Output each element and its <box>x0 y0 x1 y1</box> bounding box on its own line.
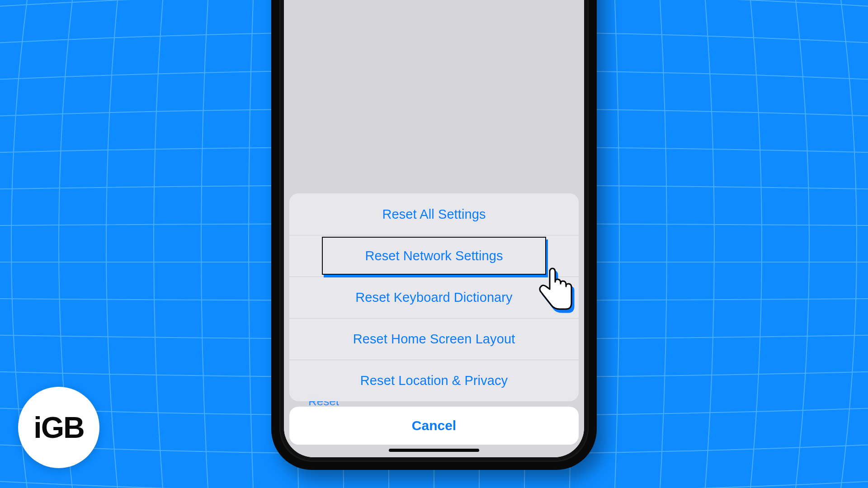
settings-background: Get Started <box>284 0 584 189</box>
cancel-label: Cancel <box>412 418 456 433</box>
option-label: Reset All Settings <box>382 207 486 222</box>
home-indicator[interactable] <box>389 449 479 452</box>
igb-logo: iGB <box>18 387 99 468</box>
option-label: Reset Home Screen Layout <box>353 332 515 347</box>
option-label: Reset Keyboard Dictionary <box>355 290 512 305</box>
logo-text: iGB <box>33 410 84 445</box>
cancel-button[interactable]: Cancel <box>289 407 579 445</box>
option-label: Reset Location & Privacy <box>360 373 508 388</box>
reset-all-settings-option[interactable]: Reset All Settings <box>289 193 579 235</box>
pointer-cursor-icon <box>533 267 578 318</box>
reset-location-privacy-option[interactable]: Reset Location & Privacy <box>289 360 579 401</box>
phone-screen: Get Started Reset Reset All Settings Res… <box>284 0 584 457</box>
reset-home-screen-layout-option[interactable]: Reset Home Screen Layout <box>289 318 579 360</box>
option-label: Reset Network Settings <box>365 249 503 263</box>
phone-mockup: Get Started Reset Reset All Settings Res… <box>271 0 597 470</box>
